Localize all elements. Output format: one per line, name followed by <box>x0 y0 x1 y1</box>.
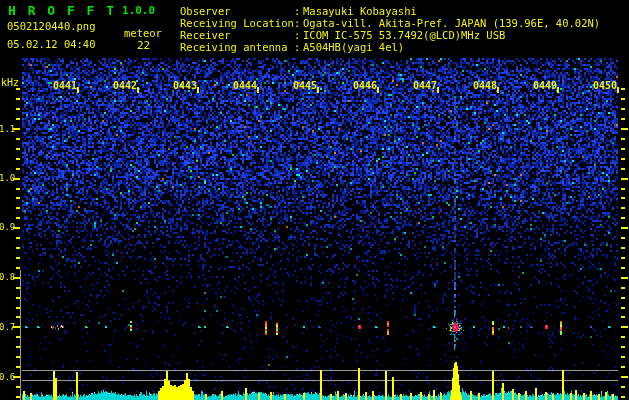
station-info-row: Receiver:ICOM IC-575 53.7492(@LCD)MHz US… <box>180 29 628 41</box>
info-value: ICOM IC-575 53.7492(@LCD)MHz USB <box>303 29 505 41</box>
freq-tick-label: 1.1 <box>0 124 14 134</box>
freq-tick-label: 0.8 <box>0 272 14 282</box>
time-tick-label: 0447 <box>404 80 446 91</box>
time-tick-label: 0449 <box>524 80 566 91</box>
frame-datetime: 05.02.12 04:40 <box>7 38 96 50</box>
freq-tick-label: 0.9 <box>0 222 14 232</box>
info-colon: : <box>294 5 303 17</box>
freq-tick-label: 0.6 <box>0 372 14 382</box>
time-tick-label: 0441 <box>44 80 86 91</box>
freq-tick-label: 1.0 <box>0 173 14 183</box>
station-info-row: Receiving antenna:A504HB(yagi 4el) <box>180 41 628 53</box>
station-info-row: Receiving Location:Ogata-vill. Akita-Pre… <box>180 17 628 29</box>
time-tick-label: 0448 <box>464 80 506 91</box>
time-tick-label: 0450 <box>584 80 626 91</box>
mode-label: meteor <box>124 27 162 39</box>
output-filename: 0502120440.png <box>7 20 96 32</box>
info-colon: : <box>294 17 303 29</box>
info-value: Masayuki Kobayashi <box>303 5 417 17</box>
station-info: Observer:Masayuki KobayashiReceiving Loc… <box>180 5 628 53</box>
info-value: A504HB(yagi 4el) <box>303 41 404 53</box>
info-colon: : <box>294 41 303 53</box>
time-tick-label: 0443 <box>164 80 206 91</box>
spectrogram-canvas <box>0 0 629 400</box>
app-version: 1.0.0 <box>122 4 155 17</box>
freq-tick-label: 0.7 <box>0 322 14 332</box>
info-colon: : <box>294 29 303 41</box>
freq-unit-label: kHz <box>1 77 19 88</box>
hrofft-window: H R O F F T 1.0.0 0502120440.png meteor … <box>0 0 629 400</box>
info-label: Observer <box>180 5 294 17</box>
info-label: Receiving antenna <box>180 41 294 53</box>
info-label: Receiver <box>180 29 294 41</box>
app-title: H R O F F T <box>8 3 116 18</box>
station-info-row: Observer:Masayuki Kobayashi <box>180 5 628 17</box>
time-tick-label: 0445 <box>284 80 326 91</box>
info-label: Receiving Location <box>180 17 294 29</box>
time-tick-label: 0442 <box>104 80 146 91</box>
info-value: Ogata-vill. Akita-Pref. JAPAN (139.96E, … <box>303 17 600 29</box>
time-tick-label: 0444 <box>224 80 266 91</box>
time-tick-label: 0446 <box>344 80 386 91</box>
meteor-count: 22 <box>137 39 150 52</box>
